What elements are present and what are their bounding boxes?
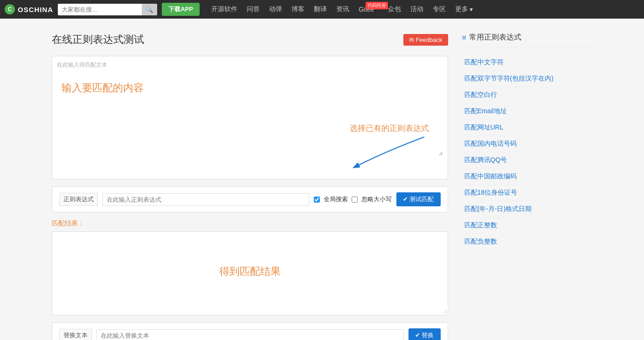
main-section: 在线正则表达式测试 ✉ Feedback 在此输入待匹配文本 输入要匹配的内容 … — [52, 33, 448, 340]
nav-link-translate[interactable]: 翻译 — [309, 5, 332, 14]
search-box: 🔍 — [58, 4, 157, 15]
sidebar-item-3[interactable]: 匹配Email地址 — [462, 103, 593, 120]
nav-link-activity[interactable]: 活动 — [406, 5, 428, 14]
replace-label: 替换文本 — [59, 329, 92, 340]
replace-button[interactable]: ✔ 替换 — [409, 328, 441, 340]
page-content: 在线正则表达式测试 ✉ Feedback 在此输入待匹配文本 输入要匹配的内容 … — [42, 19, 602, 340]
regex-label: 正则表达式 — [59, 193, 98, 206]
sidebar-item-8[interactable]: 匹配18位身份证号 — [462, 185, 593, 201]
resize-handle[interactable]: ⊿ — [443, 309, 447, 314]
sidebar-item-7[interactable]: 匹配中国邮政编码 — [462, 169, 593, 185]
ignore-case-label: 忽略大小写 — [361, 195, 392, 204]
logo-icon: C — [5, 4, 15, 14]
text-input[interactable] — [57, 72, 443, 156]
nav-link-qa[interactable]: 问答 — [242, 5, 264, 14]
result-label: 匹配结果： — [52, 219, 448, 228]
text-input-section: 在此输入待匹配文本 输入要匹配的内容 选择已有的正则表达式 — [52, 56, 448, 179]
gitee-badge: 代码托管 — [366, 2, 388, 9]
nav-link-news[interactable]: 资讯 — [332, 5, 354, 14]
nav-links: 开源软件 问答 动弹 博客 翻译 资讯 Gitee 代码托管 众包 活动 专区 … — [207, 5, 478, 14]
nav-more[interactable]: 更多 ▾ — [450, 5, 478, 14]
global-search-label: 全局搜索 — [324, 195, 348, 204]
regex-options: 全局搜索 忽略大小写 — [314, 195, 392, 204]
result-section: 匹配结果： 得到匹配结果 ⊿ — [52, 219, 448, 315]
sidebar-item-11[interactable]: 匹配负整数 — [462, 234, 593, 250]
result-hint: 得到匹配结果 — [57, 237, 443, 306]
ignore-case-checkbox[interactable] — [352, 197, 358, 203]
result-area: 得到匹配结果 ⊿ — [52, 231, 448, 315]
sidebar-item-1[interactable]: 匹配双字节字符(包括汉字在内) — [462, 71, 593, 87]
sidebar-item-4[interactable]: 匹配网址URL — [462, 120, 593, 136]
global-search-checkbox[interactable] — [314, 197, 320, 203]
replace-input[interactable] — [97, 329, 404, 340]
nav-link-zone[interactable]: 专区 — [428, 5, 450, 14]
replace-section: 替换文本 ✔ 替换 — [52, 322, 448, 340]
search-button[interactable]: 🔍 — [142, 4, 157, 15]
logo[interactable]: C OSCHINA — [5, 4, 53, 14]
sidebar-title: ≡ 常用正则表达式 — [462, 33, 593, 48]
logo-text: OSCHINA — [18, 6, 53, 14]
sidebar-item-5[interactable]: 匹配国内电话号码 — [462, 136, 593, 152]
sidebar-item-6[interactable]: 匹配腾讯QQ号 — [462, 152, 593, 169]
nav-link-opensource[interactable]: 开源软件 — [207, 5, 242, 14]
page-title: 在线正则表达式测试 — [52, 33, 144, 47]
search-input[interactable] — [58, 4, 142, 15]
test-button[interactable]: ✔ 测试匹配 — [396, 192, 441, 206]
download-button[interactable]: 下载APP — [162, 3, 200, 16]
nav-link-dong[interactable]: 动弹 — [264, 5, 287, 14]
sidebar-title-icon: ≡ — [462, 34, 466, 42]
nav-link-blog[interactable]: 博客 — [287, 5, 309, 14]
sidebar-item-9[interactable]: 匹配(年-月-日)格式日期 — [462, 201, 593, 218]
sidebar-item-0[interactable]: 匹配中文字符 — [462, 54, 593, 71]
sidebar: ≡ 常用正则表达式 匹配中文字符 匹配双字节字符(包括汉字在内) 匹配空白行 匹… — [462, 33, 593, 340]
feedback-button[interactable]: ✉ Feedback — [403, 34, 448, 46]
nav-link-gitee[interactable]: Gitee 代码托管 — [354, 6, 383, 13]
text-input-label: 在此输入待匹配文本 — [57, 61, 443, 69]
navbar: C OSCHINA 🔍 下载APP 开源软件 问答 动弹 博客 翻译 资讯 Gi… — [0, 0, 644, 19]
regex-input[interactable] — [103, 193, 309, 206]
sidebar-item-10[interactable]: 匹配正整数 — [462, 218, 593, 234]
regex-section: 正则表达式 全局搜索 忽略大小写 ✔ 测试匹配 — [52, 186, 448, 212]
sidebar-item-2[interactable]: 匹配空白行 — [462, 87, 593, 103]
